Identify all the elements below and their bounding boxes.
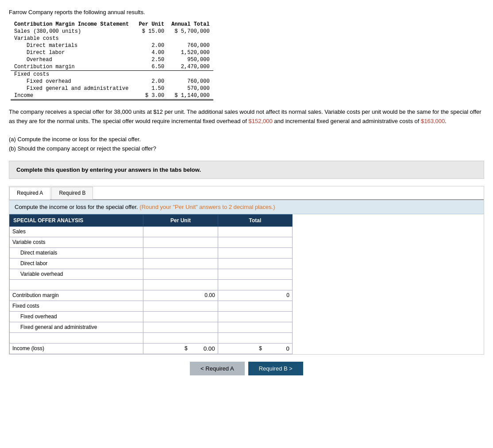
tab-required-a-label: Required A bbox=[17, 190, 43, 196]
analysis-total-input-5[interactable] bbox=[221, 282, 289, 288]
tab-required-b[interactable]: Required B bbox=[51, 187, 93, 200]
analysis-per-unit-9[interactable] bbox=[143, 322, 218, 332]
analysis-per-unit-input-7[interactable] bbox=[146, 303, 215, 309]
is-row-per-unit-7: 2.00 bbox=[132, 78, 168, 85]
analysis-total-3[interactable] bbox=[218, 258, 292, 269]
analysis-label-8: Fixed overhead bbox=[10, 311, 143, 322]
analysis-total-input-2[interactable] bbox=[221, 250, 289, 256]
analysis-per-unit-input-9[interactable] bbox=[146, 324, 215, 330]
tabs-header: Required A Required B bbox=[9, 186, 484, 200]
is-row-per-unit-6 bbox=[132, 71, 168, 78]
is-header-annual-total: Annual Total bbox=[168, 21, 213, 28]
analysis-label-2: Direct materials bbox=[10, 247, 143, 258]
analysis-label-11: Income (loss) bbox=[10, 343, 143, 354]
analysis-label-9: Fixed general and administrative bbox=[10, 322, 143, 332]
is-row-annual-4: 950,000 bbox=[168, 56, 213, 63]
nav-buttons: < Required A Required B > bbox=[9, 362, 484, 380]
analysis-per-unit-input-3[interactable] bbox=[146, 260, 215, 266]
highlight-163: $163,000 bbox=[421, 118, 445, 124]
analysis-per-unit-2[interactable] bbox=[143, 247, 218, 258]
final-per-unit-input[interactable] bbox=[189, 345, 215, 352]
analysis-per-unit-input-5[interactable] bbox=[146, 282, 215, 288]
analysis-per-unit-input-4[interactable] bbox=[146, 271, 215, 277]
is-row-per-unit-5: 6.50 bbox=[132, 63, 168, 71]
analysis-title-header: SPECIAL OFFER ANALYSIS bbox=[10, 214, 143, 226]
analysis-row-8: Fixed overhead bbox=[10, 311, 293, 322]
is-row-annual-1 bbox=[168, 35, 213, 42]
analysis-total-1[interactable] bbox=[218, 237, 292, 247]
is-row-label-7: Fixed overhead bbox=[11, 78, 132, 85]
analysis-per-unit-input-0[interactable] bbox=[146, 228, 215, 235]
analysis-row-0: Sales bbox=[10, 226, 293, 237]
tab-required-b-label: Required B bbox=[59, 190, 85, 196]
highlight-152: $152,000 bbox=[248, 118, 272, 124]
analysis-per-unit-8[interactable] bbox=[143, 311, 218, 322]
is-row-per-unit-4: 2.50 bbox=[132, 56, 168, 63]
analysis-total-input-9[interactable] bbox=[221, 324, 289, 330]
is-row-per-unit-2: 2.00 bbox=[132, 42, 168, 49]
final-total-dollar: $ bbox=[259, 345, 262, 352]
is-row-annual-3: 1,520,000 bbox=[168, 49, 213, 56]
analysis-total-9[interactable] bbox=[218, 322, 292, 332]
prev-button[interactable]: < Required A bbox=[190, 362, 245, 375]
is-title: Contribution Margin Income Statement bbox=[11, 21, 132, 28]
analysis-label-0: Sales bbox=[10, 226, 143, 237]
next-button[interactable]: Required B > bbox=[248, 362, 303, 375]
analysis-total-input-8[interactable] bbox=[221, 313, 289, 320]
analysis-row-2: Direct materials bbox=[10, 247, 293, 258]
analysis-per-unit-input-1[interactable] bbox=[146, 239, 215, 245]
analysis-total-input-7[interactable] bbox=[221, 303, 289, 309]
analysis-total-11: $ bbox=[218, 343, 292, 354]
analysis-label-10 bbox=[10, 332, 143, 343]
is-row-per-unit-3: 4.00 bbox=[132, 49, 168, 56]
analysis-total-0[interactable] bbox=[218, 226, 292, 237]
analysis-total-input-1[interactable] bbox=[221, 239, 289, 245]
tab-instruction-orange: (Round your "Per Unit" answers to 2 deci… bbox=[139, 204, 275, 210]
is-row-label-3: Direct labor bbox=[11, 49, 132, 56]
analysis-per-unit-7[interactable] bbox=[143, 301, 218, 311]
final-total-input[interactable] bbox=[263, 345, 289, 352]
is-row-annual-9: $ 1,140,000 bbox=[168, 92, 213, 100]
is-row-per-unit-0: $ 15.00 bbox=[132, 28, 168, 35]
tab-instruction: Compute the income or loss for the speci… bbox=[9, 200, 484, 214]
is-header-per-unit: Per Unit bbox=[132, 21, 168, 28]
analysis-total-input-3[interactable] bbox=[221, 260, 289, 266]
is-row-annual-7: 760,000 bbox=[168, 78, 213, 85]
analysis-total-4[interactable] bbox=[218, 269, 292, 279]
analysis-row-7: Fixed costs bbox=[10, 301, 293, 311]
analysis-total-input-10[interactable] bbox=[221, 335, 289, 341]
analysis-per-unit-10[interactable] bbox=[143, 332, 218, 343]
analysis-per-unit-11: $ bbox=[143, 343, 218, 354]
analysis-total-5[interactable] bbox=[218, 279, 292, 290]
analysis-total-header: Total bbox=[218, 214, 292, 226]
tab-required-a[interactable]: Required A bbox=[9, 187, 50, 200]
analysis-per-unit-1[interactable] bbox=[143, 237, 218, 247]
analysis-total-input-4[interactable] bbox=[221, 271, 289, 277]
analysis-per-unit-header: Per Unit bbox=[143, 214, 218, 226]
analysis-total-2[interactable] bbox=[218, 247, 292, 258]
is-row-label-5: Contribution margin bbox=[11, 63, 132, 71]
is-row-label-2: Direct materials bbox=[11, 42, 132, 49]
tab-instruction-text: Compute the income or loss for the speci… bbox=[15, 204, 138, 210]
analysis-total-input-0[interactable] bbox=[221, 228, 289, 235]
analysis-total-7[interactable] bbox=[218, 301, 292, 311]
problem-text: The company receives a special offer for… bbox=[9, 108, 484, 154]
analysis-per-unit-4[interactable] bbox=[143, 269, 218, 279]
analysis-per-unit-input-10[interactable] bbox=[146, 335, 215, 341]
analysis-total-8[interactable] bbox=[218, 311, 292, 322]
analysis-total-10[interactable] bbox=[218, 332, 292, 343]
analysis-per-unit-3[interactable] bbox=[143, 258, 218, 269]
analysis-row-1: Variable costs bbox=[10, 237, 293, 247]
analysis-label-7: Fixed costs bbox=[10, 301, 143, 311]
analysis-row-4: Variable overhead bbox=[10, 269, 293, 279]
intro-text: Farrow Company reports the following ann… bbox=[9, 9, 484, 15]
analysis-per-unit-input-2[interactable] bbox=[146, 250, 215, 256]
instruction-box: Complete this question by entering your … bbox=[9, 161, 484, 179]
analysis-label-5 bbox=[10, 279, 143, 290]
analysis-label-3: Direct labor bbox=[10, 258, 143, 269]
analysis-row-10 bbox=[10, 332, 293, 343]
income-statement-table: Contribution Margin Income Statement Per… bbox=[11, 21, 213, 100]
analysis-per-unit-5[interactable] bbox=[143, 279, 218, 290]
analysis-per-unit-0[interactable] bbox=[143, 226, 218, 237]
analysis-per-unit-input-8[interactable] bbox=[146, 313, 215, 320]
